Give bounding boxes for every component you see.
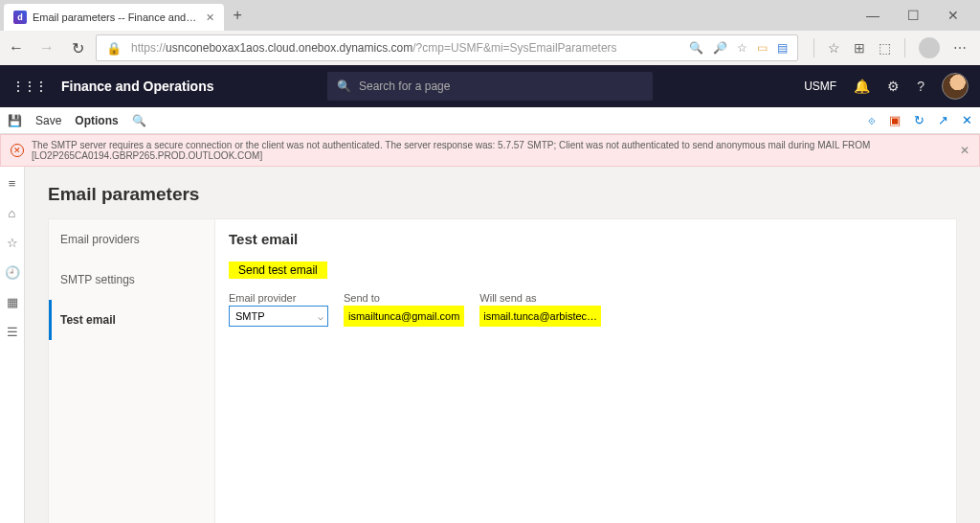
- reader-icon[interactable]: ▤: [777, 41, 788, 55]
- panel-title: Test email: [229, 231, 943, 247]
- downloads-icon[interactable]: ⬚: [879, 40, 891, 56]
- window-minimize-button[interactable]: —: [854, 2, 892, 29]
- send-to-label: Send to: [344, 292, 464, 304]
- tab-title: Email parameters -- Finance and…: [33, 11, 196, 23]
- gear-icon[interactable]: ⚙: [887, 79, 900, 94]
- rail-home-icon[interactable]: ⌂: [9, 206, 16, 220]
- rail-menu-icon[interactable]: ≡: [9, 176, 16, 191]
- email-provider-select[interactable]: SMTP: [229, 306, 328, 327]
- browser-menu-icon[interactable]: ⋯: [953, 40, 967, 56]
- content-panel: Test email Send test email Email provide…: [215, 218, 957, 523]
- browser-tab[interactable]: d Email parameters -- Finance and… ✕: [4, 4, 224, 31]
- popout-icon[interactable]: ↗: [938, 113, 948, 127]
- waffle-icon[interactable]: ⋮⋮⋮: [11, 79, 46, 94]
- search-icon: 🔍: [337, 80, 351, 93]
- will-send-as-value: ismail.tunca@arbistec…: [479, 306, 601, 327]
- rail-modules-icon[interactable]: ☰: [7, 325, 18, 339]
- company-code[interactable]: USMF: [804, 80, 836, 93]
- options-button[interactable]: Options: [75, 114, 118, 127]
- new-tab-button[interactable]: +: [224, 2, 251, 29]
- help-icon[interactable]: ?: [917, 79, 924, 94]
- error-banner: ✕ The SMTP server requires a secure conn…: [0, 134, 980, 167]
- extensions-icon[interactable]: ⊞: [854, 40, 865, 56]
- refresh-icon[interactable]: ↻: [914, 113, 924, 127]
- send-to-input[interactable]: ismailtunca@gmail.com: [344, 306, 464, 327]
- collections-icon[interactable]: ▭: [757, 41, 768, 55]
- app-icon: d: [13, 11, 27, 24]
- page-title: Email parameters: [48, 184, 957, 205]
- zoom-out-icon[interactable]: 🔎: [713, 41, 727, 55]
- sidebar-item-test-email[interactable]: Test email: [49, 300, 214, 340]
- tab-close-icon[interactable]: ✕: [206, 11, 214, 24]
- search-placeholder: Search for a page: [359, 80, 450, 93]
- error-icon: ✕: [11, 144, 24, 157]
- window-maximize-button[interactable]: ☐: [894, 2, 932, 29]
- close-form-icon[interactable]: ✕: [962, 113, 972, 127]
- side-nav: Email providers SMTP settings Test email: [48, 218, 215, 523]
- rail-workspaces-icon[interactable]: ▦: [7, 295, 18, 309]
- office-icon[interactable]: ▣: [889, 113, 901, 127]
- favorites-icon[interactable]: ☆: [828, 40, 840, 56]
- nav-refresh-button[interactable]: ↻: [69, 39, 86, 57]
- app-title: Finance and Operations: [61, 79, 213, 94]
- send-test-email-button[interactable]: Send test email: [229, 262, 327, 279]
- zoom-in-icon[interactable]: 🔍: [689, 41, 703, 55]
- left-rail: ≡ ⌂ ☆ 🕘 ▦ ☰: [0, 167, 25, 523]
- banner-close-icon[interactable]: ✕: [960, 144, 969, 157]
- find-icon[interactable]: 🔍: [132, 114, 146, 127]
- sidebar-item-email-providers[interactable]: Email providers: [49, 219, 214, 260]
- save-button[interactable]: Save: [35, 114, 61, 127]
- user-avatar[interactable]: [942, 73, 969, 100]
- search-input[interactable]: 🔍 Search for a page: [327, 72, 653, 101]
- email-provider-label: Email provider: [229, 292, 328, 304]
- star-icon[interactable]: ☆: [737, 41, 747, 55]
- nav-back-button[interactable]: ←: [8, 39, 25, 57]
- url-text: https://usnconeboxax1aos.cloud.onebox.dy…: [131, 41, 679, 55]
- error-text: The SMTP server requires a secure connec…: [32, 140, 952, 161]
- sidebar-item-smtp-settings[interactable]: SMTP settings: [49, 260, 214, 300]
- will-send-as-label: Will send as: [479, 292, 601, 304]
- bell-icon[interactable]: 🔔: [854, 79, 870, 94]
- window-close-button[interactable]: ✕: [934, 2, 972, 29]
- profile-avatar[interactable]: [919, 37, 940, 58]
- rail-star-icon[interactable]: ☆: [7, 236, 18, 250]
- rail-recent-icon[interactable]: 🕘: [5, 265, 20, 280]
- address-bar[interactable]: 🔒 https://usnconeboxax1aos.cloud.onebox.…: [96, 34, 798, 61]
- save-icon: 💾: [8, 114, 22, 127]
- lock-icon: 🔒: [106, 41, 122, 56]
- link-icon[interactable]: ⟐: [868, 113, 876, 127]
- nav-forward-button: →: [38, 39, 56, 57]
